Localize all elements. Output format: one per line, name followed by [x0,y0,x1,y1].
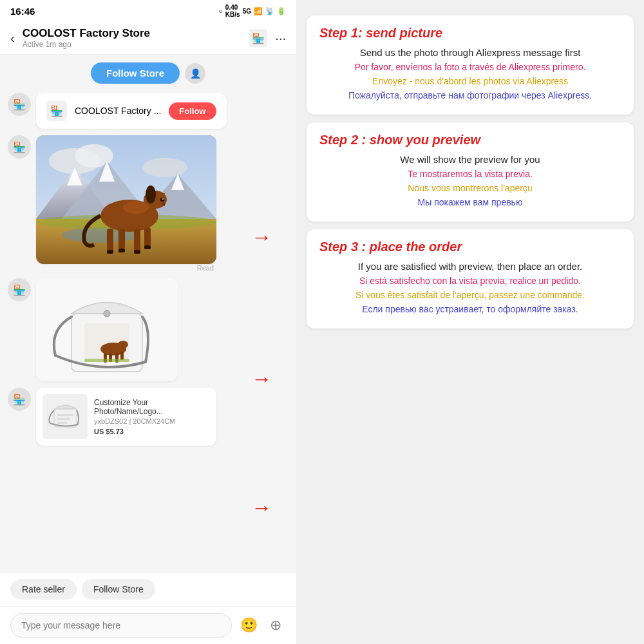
svg-rect-40 [57,414,73,416]
right-panel: Step 1: send picture Send us the photo t… [296,0,644,644]
step-1-desc-es: Por favor, envíenos la foto a través de … [319,62,621,72]
emoji-button[interactable]: 🙂 [238,615,259,636]
seller-avatar-2: 🏪 [8,135,31,158]
status-time: 16:46 [10,6,35,17]
bag-image [36,278,178,381]
read-label: Read [36,264,216,272]
product-sku: yxbDZS02 | 20CMX24CM [94,417,210,425]
chat-header: ‹ COOLOST Factory Store Active 1m ago 🏪 … [0,22,296,55]
horse-image-message: 🏪 [8,135,289,272]
step-3-desc-en: If you are satisfied with preview, then … [319,261,621,272]
status-bar: 16:46 ○ 0.40KB/s 5G 📶 📡 🔋 [0,0,296,22]
product-thumbnail [43,394,88,439]
phone-frame: 16:46 ○ 0.40KB/s 5G 📶 📡 🔋 ‹ COOLOST Fact… [0,0,296,644]
signal-text: 0.40KB/s [225,4,240,18]
chat-area: Follow Store 👤 🏪 🏪 COOLOST Factory ... F… [0,55,296,572]
step-3-card: Step 3 : place the order If you are sati… [307,229,634,328]
svg-point-28 [123,201,149,214]
svg-rect-25 [118,249,125,252]
header-info: COOLOST Factory Store Active 1m ago [23,27,242,49]
product-name: Customize Your Photo/Name/Logo... [94,398,210,416]
store-card: 🏪 COOLOST Factory ... Follow [36,93,227,129]
svg-rect-24 [107,250,113,254]
svg-point-16 [146,185,156,204]
product-card-message: 🏪 C [8,388,289,446]
seller-avatar-3: 🏪 [8,278,31,301]
more-button[interactable]: ··· [275,31,286,46]
product-price: US $5.73 [94,428,210,435]
step-1-desc-en: Send us the photo through Aliexpress mes… [319,47,621,58]
svg-rect-20 [107,229,113,251]
product-card: Customize Your Photo/Name/Logo... yxbDZS… [36,388,216,446]
horse-scene-svg [36,135,216,264]
svg-rect-23 [144,227,151,247]
svg-point-32 [118,341,128,348]
svg-point-17 [160,198,164,202]
svg-point-3 [142,158,187,177]
follow-store-button-bottom[interactable]: Follow Store [82,579,155,600]
step-2-title: Step 2 : show you preview [319,133,621,147]
follow-store-button-top[interactable]: Follow Store [91,62,180,84]
svg-rect-37 [84,359,129,362]
horse-image [36,135,216,264]
step-2-desc-en: We will show the preview for you [319,154,621,165]
action-bar: Rate seller Follow Store [0,572,296,606]
status-icons: ○ 0.40KB/s 5G 📶 📡 🔋 [218,4,286,18]
store-card-icon: 🏪 [46,100,67,121]
message-input-bar: 🙂 ⊕ [0,606,296,644]
horse-image-card [36,135,216,264]
seller-avatar-1: 🏪 [8,93,31,116]
store-name: COOLOST Factory Store [23,27,242,40]
network-icon: ○ [218,7,223,15]
store-icon[interactable]: 🏪 [249,29,267,47]
back-button[interactable]: ‹ [10,31,15,46]
bag-svg [36,278,178,381]
arrow-step-1 [251,225,272,249]
step-2-card: Step 2 : show you preview We will show t… [307,122,634,222]
arrow-step-3 [251,496,272,520]
store-card-message: 🏪 🏪 COOLOST Factory ... Follow [8,93,289,129]
bag-image-message: 🏪 [8,278,289,381]
wifi-icon: 📡 [265,7,274,15]
signal-bars: 📶 [254,7,263,15]
svg-point-38 [104,310,110,317]
svg-rect-27 [144,245,151,249]
svg-rect-21 [118,229,125,249]
svg-rect-26 [134,250,140,254]
step-3-desc-fr: Si vous êtes satisfait de l'aperçu, pass… [319,290,621,300]
step-2-desc-es: Te mostraremos la vista previa. [319,169,621,179]
bag-image-card [36,278,178,381]
message-input[interactable] [10,613,232,638]
svg-rect-42 [57,422,67,424]
svg-rect-22 [134,229,140,251]
step-1-title: Step 1: send picture [319,26,621,41]
product-info: Customize Your Photo/Name/Logo... yxbDZS… [94,398,210,435]
active-status: Active 1m ago [23,40,242,49]
step-2-desc-fr: Nous vous montrerons l'aperçu [319,183,621,193]
step-3-desc-ru: Если превью вас устраивает, то оформляйт… [319,304,621,314]
header-actions: 🏪 ··· [249,29,286,47]
arrow-step-2 [251,367,272,391]
5g-icon: 5G [243,8,251,15]
follow-button-red[interactable]: Follow [169,102,216,120]
seller-avatar-4: 🏪 [8,388,31,411]
svg-point-18 [162,198,164,200]
step-1-card: Step 1: send picture Send us the photo t… [307,15,634,115]
step-3-title: Step 3 : place the order [319,240,621,254]
svg-rect-41 [57,418,70,420]
step-2-desc-ru: Мы покажем вам превью [319,197,621,207]
avatar-top: 👤 [185,63,205,84]
store-card-name: COOLOST Factory ... [75,106,161,116]
step-1-desc-ru: Пожалуйста, отправьте нам фотографии чер… [319,90,621,100]
step-3-desc-es: Si está satisfecho con la vista previa, … [319,276,621,286]
follow-banner: Follow Store 👤 [8,62,289,84]
step-1-desc-fr: Envoyez - nous d'abord les photos via Al… [319,76,621,86]
rate-seller-button[interactable]: Rate seller [10,579,77,600]
battery-icon: 🔋 [277,7,286,15]
add-button[interactable]: ⊕ [265,615,286,636]
svg-point-19 [162,204,165,205]
